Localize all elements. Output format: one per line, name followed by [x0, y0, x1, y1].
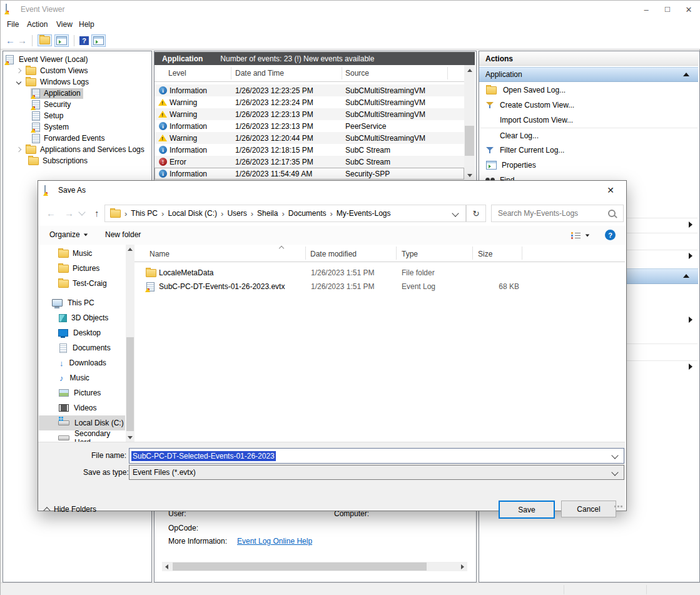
scrollbar-thumb[interactable] [173, 562, 427, 571]
tree-item-forwarded-events[interactable]: Forwarded Events [32, 133, 104, 144]
event-row[interactable]: Warning 1/26/2023 12:20:44 PM SubCMultiS… [155, 132, 464, 144]
column-separator[interactable] [231, 67, 231, 79]
column-size[interactable]: Size [478, 250, 492, 258]
save-as-type-chevron-icon[interactable] [611, 469, 618, 475]
event-row[interactable]: Information 1/26/2023 12:18:15 PM SubC S… [155, 144, 464, 156]
save-as-type-select[interactable]: Event Files (*.evtx) [129, 465, 624, 480]
column-separator[interactable] [396, 247, 397, 260]
scrollbar-thumb[interactable] [126, 337, 134, 431]
scroll-up-icon[interactable] [464, 65, 475, 76]
breadcrumb-local-disk[interactable]: Local Disk (C:) [168, 209, 217, 218]
tree-root[interactable]: Event Viewer (Local) [6, 54, 88, 65]
action-clear-log[interactable]: Clear Log... [480, 128, 697, 143]
address-dropdown-chevron-icon[interactable] [452, 210, 459, 216]
file-name-dropdown-chevron-icon[interactable] [611, 452, 618, 459]
column-type[interactable]: Type [402, 250, 418, 258]
minimize-button[interactable]: – [636, 1, 657, 18]
menu-view[interactable]: View [55, 18, 74, 31]
action-properties[interactable]: Properties [480, 158, 697, 173]
scroll-left-icon[interactable] [162, 562, 171, 571]
sidebar-item-pictures-folder[interactable]: Pictures [39, 261, 125, 276]
breadcrumb-sheila[interactable]: Sheila [257, 209, 278, 218]
tree-item-subscriptions[interactable]: Subscriptions [28, 155, 88, 166]
scroll-up-icon[interactable] [126, 245, 134, 253]
address-bar[interactable]: This PC Local Disk (C:) Users Sheila Doc… [104, 205, 466, 222]
collapse-icon[interactable] [683, 73, 689, 76]
tree-item-application[interactable]: Application [31, 88, 83, 99]
nav-history-chevron-icon[interactable] [78, 208, 85, 215]
menu-action[interactable]: Action [26, 18, 49, 31]
event-row[interactable]: Error 1/26/2023 12:17:35 PM SubC Stream [155, 156, 464, 168]
column-level[interactable]: Level [168, 69, 186, 78]
tree-item-security[interactable]: Security [32, 99, 71, 110]
menu-file[interactable]: File [6, 18, 20, 31]
scroll-down-icon[interactable] [464, 170, 475, 181]
actions-section-application[interactable]: Application [479, 67, 698, 82]
nav-forward-icon[interactable]: → [64, 208, 74, 218]
column-source[interactable]: Source [345, 69, 369, 78]
save-button[interactable]: Save [499, 501, 555, 519]
submenu-arrow-icon[interactable] [689, 364, 692, 370]
forward-icon[interactable]: → [18, 36, 27, 45]
submenu-arrow-icon[interactable] [689, 317, 692, 323]
action-pane-icon[interactable] [91, 34, 106, 47]
sidebar-item-pictures[interactable]: Pictures [39, 385, 125, 400]
submenu-arrow-icon[interactable] [689, 221, 692, 228]
column-separator[interactable] [472, 247, 473, 260]
sidebar-item-desktop[interactable]: Desktop [39, 325, 125, 340]
open-saved-log-icon[interactable] [38, 34, 52, 46]
collapse-icon[interactable] [683, 274, 689, 278]
dialog-help-icon[interactable] [605, 230, 616, 240]
close-button[interactable]: ✕ [678, 1, 699, 18]
tree-item-windows-logs[interactable]: Windows Logs [17, 76, 89, 88]
event-row[interactable]: Warning 1/26/2023 12:23:13 PM SubCMultiS… [155, 108, 464, 120]
new-folder-button[interactable]: New folder [105, 230, 141, 239]
chevron-right-icon[interactable] [16, 147, 21, 152]
breadcrumb-users[interactable]: Users [227, 209, 246, 218]
tree-item-system[interactable]: System [32, 121, 69, 133]
nav-up-icon[interactable]: ↑ [94, 208, 99, 218]
column-date-modified[interactable]: Date modified [310, 250, 357, 258]
column-date-time[interactable]: Date and Time [235, 69, 284, 78]
nav-back-icon[interactable]: ← [46, 208, 56, 218]
sidebar-item-test-craig-folder[interactable]: Test-Craig [39, 276, 125, 291]
cancel-button[interactable]: Cancel [561, 501, 616, 517]
file-row-evtx[interactable]: SubC-PC-DT-Events-01-26-2023.evtx 1/26/2… [134, 280, 625, 293]
sidebar-item-music-folder[interactable]: Music [39, 246, 125, 261]
view-dropdown-arrow-icon[interactable] [586, 235, 589, 237]
events-scrollbar[interactable] [464, 65, 475, 181]
details-h-scrollbar[interactable] [162, 562, 467, 571]
column-separator[interactable] [522, 247, 522, 260]
event-row-selected[interactable]: Information 1/26/2023 11:54:49 AM Securi… [155, 168, 464, 180]
submenu-arrow-icon[interactable] [689, 253, 692, 259]
scroll-right-icon[interactable] [458, 562, 467, 571]
action-create-custom-view[interactable]: Create Custom View... [480, 98, 697, 113]
tree-item-setup[interactable]: Setup [32, 110, 63, 121]
event-row[interactable]: Information 1/26/2023 12:23:25 PM SubCMu… [155, 84, 464, 96]
sort-ascending-icon[interactable] [279, 246, 284, 251]
maximize-button[interactable]: ☐ [657, 1, 678, 18]
sidebar-item-videos[interactable]: Videos [39, 400, 125, 415]
action-import-custom-view[interactable]: Import Custom View... [480, 113, 697, 128]
file-name-input[interactable]: SubC-PC-DT-Selected-Events-01-26-2023 [129, 448, 624, 464]
sidebar-scrollbar[interactable] [126, 245, 134, 442]
column-name[interactable]: Name [150, 250, 170, 258]
chevron-down-icon[interactable] [16, 79, 21, 84]
action-filter-current-log[interactable]: Filter Current Log... [480, 143, 697, 158]
column-separator[interactable] [447, 67, 448, 79]
action-open-saved-log[interactable]: Open Saved Log... [480, 83, 697, 98]
sidebar-item-3d-objects[interactable]: 3D Objects [39, 310, 125, 325]
column-separator[interactable] [342, 67, 342, 79]
search-input[interactable] [497, 208, 608, 218]
back-icon[interactable]: ← [6, 36, 15, 45]
organize-button[interactable]: Organize [49, 230, 88, 239]
tree-item-apps-services-logs[interactable]: Applications and Services Logs [17, 144, 145, 155]
sidebar-item-downloads[interactable]: Downloads [39, 355, 125, 370]
refresh-button[interactable]: ↻ [466, 205, 486, 222]
console-tree-icon[interactable] [54, 34, 69, 47]
event-log-online-help-link[interactable]: Event Log Online Help [237, 537, 312, 546]
chevron-right-icon[interactable] [16, 68, 21, 73]
event-row[interactable]: Information 1/26/2023 12:23:13 PM PeerSe… [155, 120, 464, 132]
sidebar-item-this-pc[interactable]: This PC [39, 295, 125, 310]
breadcrumb-documents[interactable]: Documents [288, 209, 327, 218]
